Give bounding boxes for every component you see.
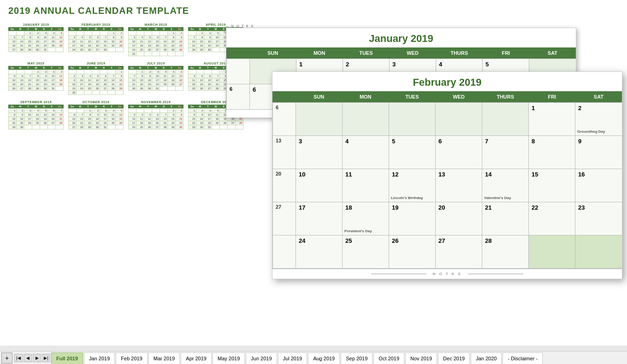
small-cal-feb-title: FEBRUARY 2019: [68, 23, 124, 26]
small-cal-jan-header: SuMTWRFSa: [8, 27, 64, 31]
small-cal-jun: JUNE 2019 SuMTWRFSa 1 2345678 9101112131…: [68, 62, 124, 95]
large-cal-jan-title: January 2019: [226, 28, 576, 47]
tab-mar-2019[interactable]: Mar 2019: [148, 352, 180, 364]
tab-nov-2019[interactable]: Nov 2019: [405, 352, 437, 364]
small-cal-oct-title: OCTOBER 2019: [68, 100, 124, 104]
large-cal-feb-title: February 2019: [272, 72, 622, 91]
page-title: 2019 ANNUAL CALENDAR TEMPLATE: [8, 6, 189, 16]
large-cal-february: February 2019 SUN MON TUES WED THURS FRI…: [272, 71, 622, 279]
small-cal-mar-header: SuMTWRFSa: [128, 27, 183, 31]
tab-feb-2019[interactable]: Feb 2019: [116, 352, 147, 364]
small-cal-mar: MARCH 2019 SuMTWRFSa 12 3456789 10111213…: [128, 23, 183, 56]
tab-nav-last[interactable]: ▶|: [42, 354, 50, 362]
week-num-2: 13: [273, 136, 296, 169]
tab-jul-2019[interactable]: Jul 2019: [278, 352, 308, 364]
large-cal-feb-body: 6 1 2 Groundhog Day 13 3 4 5 6 7 8 9 20: [272, 102, 622, 269]
tab-aug-2019[interactable]: Aug 2019: [308, 352, 340, 364]
week-num-1: 6: [273, 103, 296, 136]
large-cal-feb-notes-footer: N O T E S: [272, 269, 622, 279]
small-cal-jul: JULY 2019 SuMTWRFSa 123456 78910111213 1…: [128, 62, 183, 95]
tab-bar: + |◀ ◀ ▶ ▶| Full 2019 Jan 2019 Feb 2019 …: [0, 351, 627, 364]
small-cal-feb-body: 12 3456789 10111213141516 17181920212223…: [68, 31, 124, 52]
tab-sep-2019[interactable]: Sep 2019: [341, 352, 373, 364]
small-cal-nov: NOVEMBER 2019 SuMTWRFSa 12 3456789 10111…: [128, 100, 183, 129]
small-cal-row-3: SEPTEMBER 2019 SuMTWRFSa 1234567 8910111…: [8, 100, 243, 129]
large-cal-feb-header: SUN MON TUES WED THURS FRI SAT: [272, 91, 622, 102]
small-cal-jun-title: JUNE 2019: [68, 62, 124, 65]
small-cal-may: MAY 2019 SuMTWRFSa 1234 567891011 121314…: [8, 62, 64, 95]
tab-jun-2019[interactable]: Jun 2019: [246, 352, 277, 364]
week-num-3: 20: [273, 169, 296, 202]
small-cal-jul-title: JULY 2019: [128, 62, 183, 65]
tab-jan-2020[interactable]: Jan 2020: [471, 352, 502, 364]
tab-nav-first[interactable]: |◀: [14, 354, 23, 362]
small-cal-row-1: JANUARY 2019 SuMTWRFSa 12345 6789101112 …: [8, 23, 243, 56]
small-cal-jan-title: JANUARY 2019: [8, 23, 64, 26]
small-cal-nov-title: NOVEMBER 2019: [128, 100, 183, 104]
small-cal-row-2: MAY 2019 SuMTWRFSa 1234 567891011 121314…: [8, 62, 243, 95]
main-area: 2019 ANNUAL CALENDAR TEMPLATE JANUARY 20…: [0, 0, 627, 346]
tab-nav-prev[interactable]: ◀: [24, 354, 32, 362]
small-cal-jan-body: 12345 6789101112 13141516171819 20212223…: [8, 31, 64, 52]
small-cal-sep: SEPTEMBER 2019 SuMTWRFSa 1234567 8910111…: [8, 100, 64, 129]
week-num-4: 27: [273, 202, 296, 235]
small-cal-feb: FEBRUARY 2019 SuMTWRFSa 12 3456789 10111…: [68, 23, 124, 56]
tab-oct-2019[interactable]: Oct 2019: [373, 352, 404, 364]
tab-disclaimer[interactable]: - Disclaimer -: [503, 352, 543, 364]
large-cal-jan-header: SUN MON TUES WED THURS FRI SAT: [226, 47, 576, 59]
tab-jan-2019[interactable]: Jan 2019: [84, 352, 115, 364]
small-calendars: JANUARY 2019 SuMTWRFSa 12345 6789101112 …: [8, 23, 243, 135]
small-cal-mar-body: 12 3456789 10111213141516 17181920212223…: [128, 31, 183, 56]
small-cal-feb-header: SuMTWRFSa: [68, 27, 124, 31]
tab-apr-2019[interactable]: Apr 2019: [181, 352, 212, 364]
tab-may-2019[interactable]: May 2019: [213, 352, 245, 364]
small-cal-mar-title: MARCH 2019: [128, 23, 183, 26]
tab-nav-next[interactable]: ▶: [33, 354, 41, 362]
add-sheet-button[interactable]: +: [1, 352, 12, 364]
small-cal-jan: JANUARY 2019 SuMTWRFSa 12345 6789101112 …: [8, 23, 64, 56]
tab-full-2019[interactable]: Full 2019: [51, 352, 83, 364]
small-cal-sep-title: SEPTEMBER 2019: [8, 100, 64, 104]
small-cal-may-title: MAY 2019: [8, 62, 64, 65]
small-cal-oct: OCTOBER 2019 SuMTWRFSa 12345 6789101112 …: [68, 100, 124, 129]
tab-dec-2019[interactable]: Dec 2019: [438, 352, 470, 364]
